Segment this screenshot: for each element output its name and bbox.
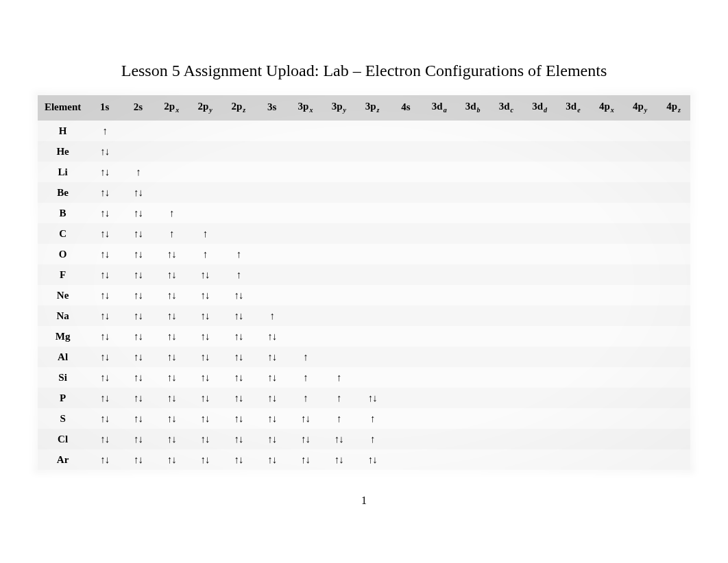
orbital-cell: ↑↓ (155, 347, 189, 367)
orbital-cell (456, 326, 489, 347)
spin-up-icon: ↑ (169, 228, 174, 239)
header-row: Element1s2s2px2py2pz3s3px3py3pz4s3da3db3… (38, 95, 690, 121)
orbital-cell (489, 182, 523, 203)
orbital-cell (422, 347, 456, 367)
spin-pair-icon: ↑↓ (100, 310, 109, 321)
orbital-cell (422, 449, 456, 470)
orbital-cell (289, 141, 322, 162)
header-subscript: x (611, 106, 614, 114)
header-subscript: a (444, 106, 447, 114)
orbital-cell (389, 305, 423, 326)
orbital-cell (523, 121, 557, 141)
orbital-cell (221, 141, 255, 162)
orbital-cell: ↑↓ (221, 449, 255, 470)
table-row: F↑↓↑↓↑↓↑↓↑ (38, 264, 690, 285)
orbital-cell (456, 408, 489, 429)
header-label: 4p (633, 101, 644, 112)
table-row: Be↑↓↑↓ (38, 182, 690, 203)
orbital-cell (489, 223, 523, 244)
orbital-cell: ↑↓ (221, 326, 255, 347)
spin-pair-icon: ↑↓ (167, 454, 176, 465)
spin-pair-icon: ↑↓ (201, 454, 210, 465)
orbital-cell (657, 223, 690, 244)
spin-pair-icon: ↑↓ (201, 392, 210, 403)
orbital-cell: ↑↓ (88, 429, 121, 449)
orbital-cell (523, 367, 557, 388)
orbital-cell (289, 285, 322, 305)
orbital-cell (623, 305, 657, 326)
orbital-cell: ↑↓ (88, 305, 121, 326)
table-row: C↑↓↑↓↑↑ (38, 223, 690, 244)
orbital-cell (657, 408, 690, 429)
orbital-cell (422, 141, 456, 162)
orbital-cell: ↑↓ (255, 347, 289, 367)
table-row: Mg↑↓↑↓↑↓↑↓↑↓↑↓ (38, 326, 690, 347)
element-symbol: Al (38, 347, 88, 367)
orbital-cell: ↑↓ (88, 244, 121, 264)
orbital-cell: ↑↓ (121, 285, 155, 305)
orbital-cell: ↑ (155, 223, 189, 244)
element-symbol: Ne (38, 285, 88, 305)
orbital-cell (255, 264, 289, 285)
orbital-cell (489, 121, 523, 141)
orbital-cell (657, 203, 690, 223)
spin-pair-icon: ↑↓ (201, 413, 210, 424)
orbital-cell (489, 203, 523, 223)
spin-pair-icon: ↑↓ (100, 434, 109, 445)
orbital-cell (590, 121, 623, 141)
orbital-cell (189, 121, 222, 141)
orbital-cell (221, 203, 255, 223)
orbital-cell (221, 223, 255, 244)
orbital-cell (657, 264, 690, 285)
orbital-cell (422, 305, 456, 326)
orbital-cell (389, 347, 423, 367)
orbital-cell (322, 285, 356, 305)
orbital-cell (389, 285, 423, 305)
orbital-cell (389, 326, 423, 347)
col-header-orbital: 4py (623, 95, 657, 121)
orbital-cell: ↑↓ (221, 347, 255, 367)
element-symbol: O (38, 244, 88, 264)
orbital-cell (489, 162, 523, 182)
orbital-cell (456, 162, 489, 182)
orbital-cell: ↑↓ (189, 326, 222, 347)
col-header-orbital: 3s (255, 95, 289, 121)
orbital-cell (456, 182, 489, 203)
spin-pair-icon: ↑↓ (100, 351, 109, 362)
orbital-cell (422, 223, 456, 244)
header-label: 3d (532, 101, 543, 112)
header-label: 4s (401, 101, 410, 112)
spin-pair-icon: ↑↓ (234, 413, 243, 424)
orbital-cell (255, 162, 289, 182)
col-header-orbital: 3py (322, 95, 356, 121)
spin-pair-icon: ↑↓ (100, 269, 109, 280)
orbital-cell (523, 244, 557, 264)
element-symbol: Si (38, 367, 88, 388)
table-row: B↑↓↑↓↑ (38, 203, 690, 223)
header-label: 1s (100, 101, 109, 112)
table-row: Cl↑↓↑↓↑↓↑↓↑↓↑↓↑↓↑↓↑ (38, 429, 690, 449)
header-label: 3p (298, 101, 309, 112)
orbital-cell: ↑↓ (221, 285, 255, 305)
spin-pair-icon: ↑↓ (368, 392, 377, 403)
spin-up-icon: ↑ (303, 351, 308, 362)
orbital-cell: ↑ (289, 388, 322, 408)
orbital-cell (456, 285, 489, 305)
orbital-cell: ↑↓ (189, 264, 222, 285)
orbital-cell: ↑↓ (221, 408, 255, 429)
table-body: H↑He↑↓Li↑↓↑Be↑↓↑↓B↑↓↑↓↑C↑↓↑↓↑↑O↑↓↑↓↑↓↑↑F… (38, 121, 690, 470)
spin-up-icon: ↑ (337, 413, 341, 424)
orbital-cell (322, 305, 356, 326)
orbital-cell: ↑↓ (189, 285, 222, 305)
spin-pair-icon: ↑↓ (134, 392, 143, 403)
orbital-cell: ↑↓ (121, 223, 155, 244)
orbital-cell (289, 203, 322, 223)
orbital-cell: ↑↓ (88, 264, 121, 285)
orbital-cell (422, 388, 456, 408)
orbital-cell (489, 264, 523, 285)
table-row: Al↑↓↑↓↑↓↑↓↑↓↑↓↑ (38, 347, 690, 367)
col-header-orbital: 4pz (657, 95, 690, 121)
orbital-cell (422, 203, 456, 223)
spin-pair-icon: ↑↓ (100, 228, 109, 239)
spin-up-icon: ↑ (337, 392, 341, 403)
